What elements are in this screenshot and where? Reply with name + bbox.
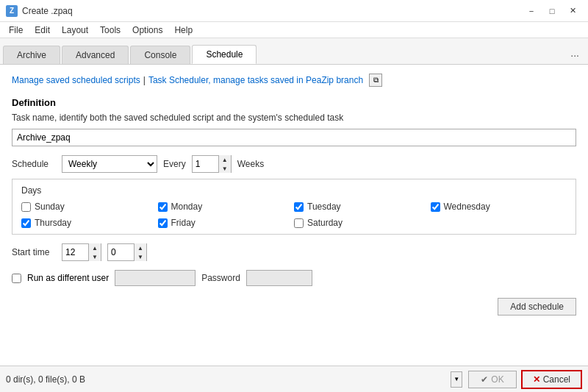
day-wednesday[interactable]: Wednesday [431, 202, 567, 212]
minimize-button[interactable]: − [522, 3, 541, 19]
link-icon[interactable]: ⧉ [369, 74, 382, 87]
minute-input[interactable] [108, 244, 134, 260]
every-down-button[interactable]: ▼ [219, 164, 231, 173]
period-label: Weeks [237, 159, 264, 169]
tab-archive[interactable]: Archive [3, 46, 60, 64]
password-label: Password [201, 273, 240, 283]
start-time-label: Start time [12, 247, 56, 257]
check-icon: ✔ [481, 374, 488, 385]
definition-title: Definition [12, 97, 576, 108]
day-sunday[interactable]: Sunday [21, 202, 158, 212]
day-saturday-checkbox[interactable] [294, 218, 304, 228]
close-button[interactable]: ✕ [563, 3, 582, 19]
every-label: Every [163, 159, 186, 169]
run-as-label: Run as different user [27, 273, 109, 283]
days-group-title: Days [21, 185, 567, 196]
minute-spinner: ▲ ▼ [107, 243, 147, 261]
app-icon: Z [6, 5, 18, 17]
hour-spinner-buttons: ▲ ▼ [88, 243, 101, 261]
link-separator: | [143, 75, 146, 85]
day-saturday[interactable]: Saturday [294, 218, 431, 228]
day-thursday[interactable]: Thursday [21, 218, 158, 228]
day-tuesday-checkbox[interactable] [294, 202, 304, 212]
maximize-button[interactable]: □ [542, 3, 562, 19]
menu-options[interactable]: Options [126, 24, 168, 37]
start-time-row: Start time ▲ ▼ ▲ ▼ [12, 243, 576, 261]
menu-file[interactable]: File [3, 24, 29, 37]
menu-bar: File Edit Layout Tools Options Help [0, 22, 588, 38]
minute-down-button[interactable]: ▼ [135, 252, 146, 261]
task-name-input[interactable] [12, 129, 576, 146]
cancel-button[interactable]: ✕ Cancel [521, 370, 582, 389]
ok-button[interactable]: ✔ OK [468, 371, 516, 388]
definition-description: Task name, identify both the saved sched… [12, 113, 576, 123]
tab-advanced[interactable]: Advanced [62, 46, 129, 64]
menu-layout[interactable]: Layout [56, 24, 94, 37]
ok-label: OK [491, 374, 503, 385]
title-bar-text: Create .zpaq [22, 6, 522, 16]
run-as-row: Run as different user Password [12, 270, 576, 286]
tab-schedule[interactable]: Schedule [192, 45, 257, 64]
day-sunday-checkbox[interactable] [21, 202, 31, 212]
hour-spinner: ▲ ▼ [62, 243, 101, 261]
menu-help[interactable]: Help [168, 24, 198, 37]
links-row: Manage saved scheduled scripts | Task Sc… [12, 74, 576, 87]
status-bar: 0 dir(s), 0 file(s), 0 B ▼ ✔ OK ✕ Cancel [0, 366, 588, 392]
schedule-type-select[interactable]: Weekly Once Daily Monthly [62, 155, 157, 173]
day-thursday-checkbox[interactable] [21, 218, 31, 228]
day-tuesday[interactable]: Tuesday [294, 202, 431, 212]
add-schedule-row: Add schedule [12, 298, 576, 316]
hour-input[interactable] [62, 244, 88, 260]
status-dropdown-button[interactable]: ▼ [451, 371, 462, 388]
menu-edit[interactable]: Edit [29, 24, 56, 37]
x-icon: ✕ [533, 374, 540, 385]
day-monday-checkbox[interactable] [158, 202, 168, 212]
days-group: Days Sunday Monday Tuesday Wednesday Thu… [12, 179, 576, 235]
title-bar-controls: − □ ✕ [522, 3, 582, 19]
run-as-checkbox[interactable] [12, 274, 21, 283]
task-scheduler-link[interactable]: Task Scheduler, manage tasks saved in Pe… [148, 75, 363, 85]
tab-bar: Archive Advanced Console Schedule ··· [0, 38, 588, 65]
every-spinner: ▲ ▼ [192, 155, 232, 173]
minute-up-button[interactable]: ▲ [135, 243, 146, 252]
every-spinner-buttons: ▲ ▼ [218, 155, 231, 173]
main-content: Manage saved scheduled scripts | Task Sc… [0, 65, 588, 366]
day-wednesday-checkbox[interactable] [431, 202, 440, 212]
days-grid: Sunday Monday Tuesday Wednesday Thursday… [21, 202, 567, 228]
title-bar: Z Create .zpaq − □ ✕ [0, 0, 588, 22]
schedule-label: Schedule [12, 159, 56, 169]
day-monday[interactable]: Monday [158, 202, 295, 212]
cancel-label: Cancel [543, 374, 570, 385]
every-input[interactable] [193, 156, 218, 172]
every-up-button[interactable]: ▲ [219, 155, 231, 164]
schedule-row: Schedule Weekly Once Daily Monthly Every… [12, 155, 576, 173]
tab-console[interactable]: Console [130, 46, 190, 64]
manage-scripts-link[interactable]: Manage saved scheduled scripts [12, 75, 140, 85]
minute-spinner-buttons: ▲ ▼ [134, 243, 146, 261]
menu-tools[interactable]: Tools [94, 24, 126, 37]
status-text: 0 dir(s), 0 file(s), 0 B [6, 374, 451, 385]
add-schedule-button[interactable]: Add schedule [498, 298, 576, 316]
day-friday[interactable]: Friday [158, 218, 295, 228]
password-input[interactable] [246, 270, 312, 286]
hour-down-button[interactable]: ▼ [89, 252, 101, 261]
run-as-user-input[interactable] [115, 270, 196, 286]
tab-more-button[interactable]: ··· [564, 46, 585, 64]
hour-up-button[interactable]: ▲ [89, 243, 101, 252]
day-friday-checkbox[interactable] [158, 218, 168, 228]
